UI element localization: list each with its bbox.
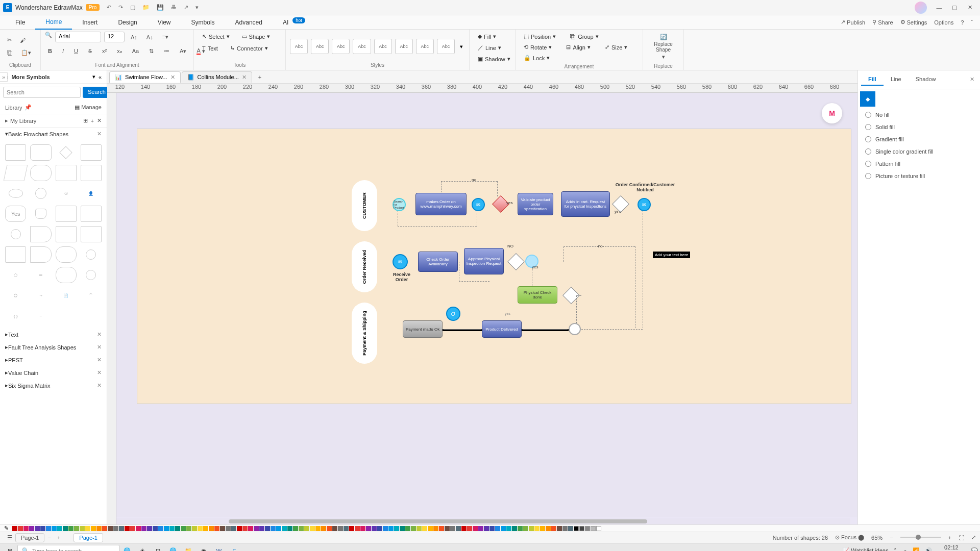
- zoom-slider[interactable]: [916, 535, 921, 540]
- color-swatch[interactable]: [102, 526, 107, 531]
- color-swatch[interactable]: [91, 526, 96, 531]
- color-swatch[interactable]: [271, 526, 276, 531]
- color-swatch[interactable]: [377, 526, 382, 531]
- horizontal-scrollbar[interactable]: [229, 519, 647, 523]
- shape-offpage[interactable]: ⬠: [5, 287, 26, 304]
- increase-font-icon[interactable]: A↑: [128, 32, 140, 42]
- shape-stored[interactable]: [81, 165, 102, 181]
- share-button[interactable]: ⚲ Share: [872, 19, 893, 26]
- tray-volume-icon[interactable]: 🔊: [925, 547, 932, 551]
- page-select[interactable]: Page-1: [15, 533, 44, 542]
- styles-more-icon[interactable]: ▾: [458, 41, 465, 52]
- section-flowchart[interactable]: ▾ Basic Flowchart Shapes✕: [0, 128, 107, 140]
- color-swatch[interactable]: [220, 526, 225, 531]
- color-swatch[interactable]: [46, 526, 51, 531]
- color-swatch[interactable]: [136, 526, 141, 531]
- color-swatch[interactable]: [557, 526, 562, 531]
- fill-opt-gradient[interactable]: Gradient fill: [858, 133, 980, 145]
- shape-stick-figure[interactable]: ☉: [56, 185, 77, 202]
- color-swatch[interactable]: [242, 526, 248, 531]
- menu-insert[interactable]: Insert: [72, 16, 108, 29]
- library-label[interactable]: Library: [5, 105, 22, 111]
- watchlist-button[interactable]: 📈 Watchlist ideas: [842, 547, 889, 551]
- tb-edraw-icon[interactable]: E: [227, 544, 242, 552]
- color-swatch[interactable]: [338, 526, 343, 531]
- color-swatch[interactable]: [237, 526, 242, 531]
- publish-button[interactable]: ↗ Publish: [841, 19, 865, 26]
- menu-symbols[interactable]: Symbols: [181, 16, 225, 29]
- redo-icon[interactable]: ↷: [118, 4, 123, 11]
- color-swatch[interactable]: [203, 526, 208, 531]
- color-swatch[interactable]: [540, 526, 545, 531]
- find-font-icon[interactable]: 🔍: [45, 32, 52, 42]
- color-swatch[interactable]: [68, 526, 74, 531]
- color-swatch[interactable]: [12, 526, 17, 531]
- menu-advanced[interactable]: Advanced: [225, 16, 273, 29]
- style-thumb-4[interactable]: Abc: [374, 39, 392, 54]
- collapse-ribbon-icon[interactable]: ˆ: [971, 19, 973, 26]
- shape-tilde[interactable]: ~: [30, 308, 51, 324]
- style-thumb-3[interactable]: Abc: [353, 39, 371, 54]
- section-pest[interactable]: ▸ PEST✕: [0, 354, 107, 366]
- color-swatch[interactable]: [506, 526, 511, 531]
- new-lib-icon[interactable]: ⊞: [83, 117, 88, 124]
- color-swatch[interactable]: [411, 526, 416, 531]
- tb-taskview-icon[interactable]: ⊡: [150, 544, 165, 552]
- close-tab-icon[interactable]: ✕: [242, 74, 247, 81]
- tray-chevron-icon[interactable]: ˄: [894, 547, 897, 551]
- shape-yes[interactable]: Yes: [5, 206, 26, 222]
- color-swatch[interactable]: [282, 526, 287, 531]
- zoom-out-icon[interactable]: −: [890, 535, 893, 541]
- shape-loop-limit[interactable]: [30, 246, 51, 263]
- color-swatch[interactable]: [445, 526, 450, 531]
- page[interactable]: CUSTOMER Order Received Payment & Shippi…: [137, 129, 851, 404]
- paste-icon[interactable]: 📋▾: [18, 47, 34, 58]
- node-product-delivered[interactable]: Product Delivered: [482, 320, 522, 338]
- style-thumb-1[interactable]: Abc: [311, 39, 329, 54]
- gray-swatch[interactable]: [585, 526, 590, 531]
- color-swatch[interactable]: [23, 526, 29, 531]
- color-swatch[interactable]: [456, 526, 461, 531]
- menu-view[interactable]: View: [148, 16, 181, 29]
- font-size-select[interactable]: 12: [104, 32, 125, 42]
- color-swatch[interactable]: [226, 526, 231, 531]
- color-swatch[interactable]: [85, 526, 90, 531]
- shape-internal[interactable]: [81, 206, 102, 222]
- shape-database[interactable]: [30, 206, 51, 222]
- color-swatch[interactable]: [310, 526, 315, 531]
- color-swatch[interactable]: [400, 526, 405, 531]
- undo-icon[interactable]: ↶: [107, 4, 111, 11]
- shape-arrow[interactable]: →: [30, 287, 51, 304]
- color-swatch[interactable]: [259, 526, 264, 531]
- color-swatch[interactable]: [108, 526, 113, 531]
- close-lib-icon[interactable]: ✕: [97, 117, 102, 124]
- manage-link[interactable]: ▦ Manage: [75, 104, 102, 111]
- color-swatch[interactable]: [327, 526, 332, 531]
- cut-icon[interactable]: ✂: [4, 35, 15, 45]
- color-swatch[interactable]: [372, 526, 377, 531]
- color-swatch[interactable]: [450, 526, 455, 531]
- maximize-button[interactable]: ▢: [947, 2, 962, 13]
- color-swatch[interactable]: [299, 526, 304, 531]
- close-button[interactable]: ✕: [963, 2, 977, 13]
- dropdown-icon[interactable]: ▾: [92, 73, 95, 80]
- node-search-product[interactable]: Search for Product: [393, 198, 406, 211]
- color-swatch[interactable]: [74, 526, 79, 531]
- tb-edge-icon[interactable]: 🌐: [165, 544, 181, 552]
- gateway-3[interactable]: [507, 253, 525, 270]
- color-swatch[interactable]: [254, 526, 259, 531]
- zoom-in-icon[interactable]: +: [948, 535, 951, 541]
- color-swatch[interactable]: [360, 526, 365, 531]
- color-swatch[interactable]: [198, 526, 203, 531]
- color-swatch[interactable]: [175, 526, 180, 531]
- shape-pill[interactable]: [30, 165, 51, 181]
- event-circle-1[interactable]: ✉: [472, 198, 485, 211]
- remove-page-icon[interactable]: −: [44, 533, 54, 543]
- color-swatch[interactable]: [394, 526, 399, 531]
- qat-more-icon[interactable]: ▾: [195, 4, 199, 11]
- shape-display[interactable]: [81, 226, 102, 242]
- tb-globe-icon[interactable]: 🌐: [119, 544, 135, 552]
- color-swatch[interactable]: [568, 526, 573, 531]
- color-swatch[interactable]: [130, 526, 135, 531]
- close-panel-icon[interactable]: ✕: [967, 73, 977, 86]
